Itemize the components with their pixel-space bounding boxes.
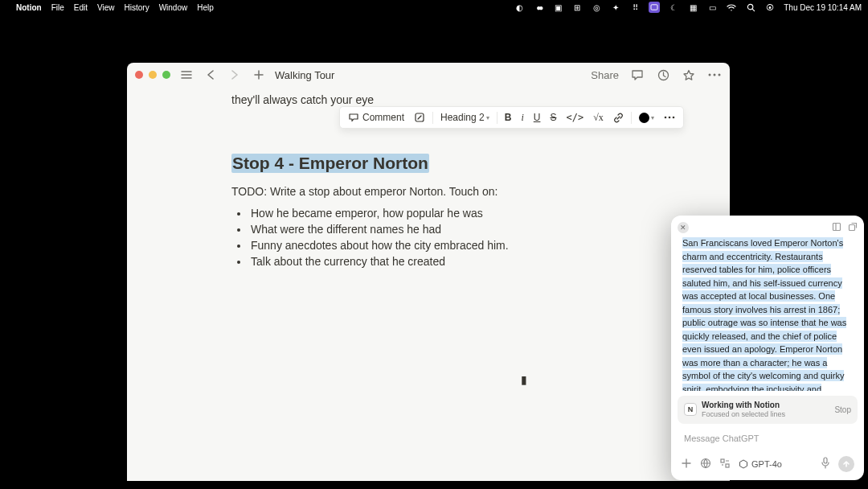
menubar-left: Notion File Edit View History Window Hel… xyxy=(6,3,214,12)
status-icon-1[interactable]: ◐ xyxy=(514,2,525,13)
macos-menubar: Notion File Edit View History Window Hel… xyxy=(0,0,868,14)
window-minimize-button[interactable] xyxy=(149,71,157,79)
menubar-datetime[interactable]: Thu Dec 19 10:14 AM xyxy=(784,3,862,12)
notion-window: Walking Tour Share Comment Heading 2 ▾ B… xyxy=(127,63,730,481)
wifi-icon[interactable] xyxy=(726,2,737,13)
page-title[interactable]: Walking Tour xyxy=(275,69,334,81)
svg-point-3 xyxy=(709,74,711,76)
gpt-send-button[interactable] xyxy=(838,456,854,472)
status-icon-8[interactable]: ▦ xyxy=(687,2,698,13)
svg-rect-11 xyxy=(850,225,855,231)
menu-file[interactable]: File xyxy=(51,3,64,12)
menu-edit[interactable]: Edit xyxy=(74,3,88,12)
gpt-stop-button[interactable]: Stop xyxy=(834,405,851,414)
text-cursor: ▮ xyxy=(521,373,527,386)
gpt-model-select[interactable]: GPT-4o xyxy=(739,459,782,469)
notion-app-icon: N xyxy=(684,403,697,416)
svg-rect-10 xyxy=(833,224,841,231)
gpt-close-button[interactable]: ✕ xyxy=(678,222,689,233)
status-icon-2[interactable]: ●● xyxy=(533,2,544,13)
menubar-app-name[interactable]: Notion xyxy=(16,3,42,12)
status-icon-5[interactable]: ◎ xyxy=(591,2,602,13)
menubar-right: ◐ ●● ▣ ⊞ ◎ ✦ ⠿ ☾ ▦ ▭ ⦿ Thu Dec 19 10:14 … xyxy=(514,2,862,13)
menu-history[interactable]: History xyxy=(125,3,149,12)
gpt-popout-icon[interactable] xyxy=(848,222,858,233)
svg-rect-0 xyxy=(651,5,657,10)
status-icon-3[interactable]: ▣ xyxy=(552,2,563,13)
gpt-bottom-bar: GPT-4o xyxy=(671,453,864,480)
gpt-response-text: San Franciscans loved Emperor Norton's c… xyxy=(682,237,846,391)
battery-icon[interactable]: ▭ xyxy=(706,2,718,13)
list-item[interactable]: Talk about the currency that he created xyxy=(249,255,625,268)
control-center-icon[interactable]: ⦿ xyxy=(764,2,776,13)
svg-rect-14 xyxy=(726,464,729,467)
gpt-status-subtitle: Focused on selected lines xyxy=(702,410,785,419)
heading-stop4[interactable]: Stop 4 - Emperor Norton xyxy=(231,154,429,173)
gpt-panel-icon-1[interactable] xyxy=(832,222,841,233)
status-icon-4[interactable]: ⊞ xyxy=(571,2,583,13)
gpt-input[interactable]: Message ChatGPT xyxy=(678,429,858,448)
new-tab-button[interactable] xyxy=(251,67,267,83)
svg-rect-15 xyxy=(824,458,827,463)
chatgpt-panel: ✕ San Franciscans loved Emperor Norton's… xyxy=(671,216,864,480)
bullet-list[interactable]: How he became emperor, how popular he wa… xyxy=(231,207,625,268)
list-item[interactable]: Funny anecdotes about how the city embra… xyxy=(249,239,625,252)
back-button[interactable] xyxy=(203,67,219,83)
gpt-status-bar: N Working with Notion Focused on selecte… xyxy=(678,396,858,424)
paragraph-above[interactable]: they'll always catch your eye xyxy=(231,92,625,109)
gpt-titlebar: ✕ xyxy=(671,216,864,233)
gpt-model-label: GPT-4o xyxy=(751,459,782,469)
forward-button[interactable] xyxy=(227,67,243,83)
search-icon[interactable] xyxy=(745,2,756,13)
svg-rect-13 xyxy=(721,459,724,462)
status-icon-6[interactable]: ✦ xyxy=(610,2,621,13)
status-icon-7[interactable]: ⠿ xyxy=(629,2,641,13)
todo-paragraph[interactable]: TODO: Write a stop about emperor Norton.… xyxy=(231,183,625,200)
gpt-tools-icon[interactable] xyxy=(719,458,731,471)
editor-content[interactable]: they'll always catch your eye Stop 4 - E… xyxy=(127,92,730,268)
window-maximize-button[interactable] xyxy=(162,71,170,79)
gpt-response-area[interactable]: San Franciscans loved Emperor Norton's c… xyxy=(671,233,864,391)
menu-view[interactable]: View xyxy=(97,3,115,12)
moon-icon[interactable]: ☾ xyxy=(668,2,679,13)
svg-point-5 xyxy=(719,74,721,76)
traffic-lights xyxy=(135,71,170,79)
menu-window[interactable]: Window xyxy=(159,3,188,12)
sidebar-toggle-button[interactable] xyxy=(178,67,194,83)
window-close-button[interactable] xyxy=(135,71,143,79)
status-icon-active[interactable] xyxy=(649,2,660,13)
list-item[interactable]: What were the different names he had xyxy=(249,223,625,236)
svg-point-4 xyxy=(714,74,716,76)
favorite-icon[interactable] xyxy=(682,69,696,81)
list-item[interactable]: How he became emperor, how popular he wa… xyxy=(249,207,625,220)
header-actions: Share xyxy=(591,69,722,81)
gpt-web-icon[interactable] xyxy=(700,458,711,471)
gpt-status-title: Working with Notion xyxy=(702,401,785,410)
window-titlebar: Walking Tour Share xyxy=(127,63,730,87)
updates-icon[interactable] xyxy=(656,69,670,81)
comments-icon[interactable] xyxy=(630,69,645,81)
gpt-attach-icon[interactable] xyxy=(681,458,692,471)
menu-help[interactable]: Help xyxy=(197,3,214,12)
svg-point-1 xyxy=(747,4,752,9)
gpt-mic-icon[interactable] xyxy=(821,457,830,471)
more-icon[interactable] xyxy=(707,73,722,76)
share-button[interactable]: Share xyxy=(591,69,619,81)
